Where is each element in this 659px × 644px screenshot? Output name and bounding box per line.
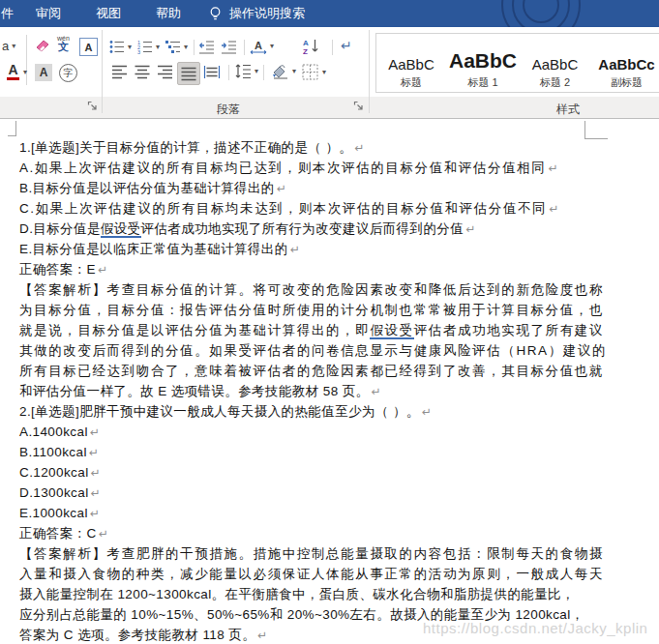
bullet-list-icon (109, 40, 125, 54)
style-heading[interactable]: AaBbC 标题 (376, 34, 446, 93)
sort-az-icon: AZ (303, 38, 319, 54)
doc-line: D.1300kcal↵ (19, 483, 658, 503)
eraser-icon (33, 37, 52, 54)
multilevel-list-icon (165, 40, 181, 54)
justify-icon (181, 67, 196, 81)
word-window: 件 审阅 视图 帮助 操作说明搜索 a ▾ wén (0, 0, 659, 644)
phonetic-guide-button[interactable]: wén 文 (57, 35, 70, 50)
align-center-button[interactable] (135, 65, 150, 79)
doc-line: A.如果上次评估建议的所有目标均已达到，则本次评估的目标分值和评估分值相同↵ (19, 158, 658, 178)
character-shading-icon: A (35, 64, 52, 81)
document-page[interactable]: 1.[单选题]关于目标分值的计算，描述不正确的是（ ）。↵ A.如果上次评估建议… (0, 118, 659, 644)
character-border-icon: A (79, 38, 98, 56)
tell-me-search[interactable]: 操作说明搜索 (208, 5, 305, 22)
character-shading-button[interactable]: A (35, 64, 52, 81)
paint-bucket-icon (270, 63, 289, 80)
change-case-button[interactable]: a ▾ (2, 39, 15, 53)
doc-line: 【答案解析】考查肥胖的干预措施。措施中控制总能量摄取的内容包括：限制每天的食物摄 (19, 543, 658, 564)
tab-mailings-partial[interactable]: 件 (0, 0, 17, 27)
doc-line: 所有目标已经达到吻合了，意味着被评估者的危险因素都已经得到了改善，其目标分值也就 (19, 361, 658, 381)
font-dialog-launcher[interactable] (87, 101, 98, 111)
styles-gallery: AaBbC 标题 AaBbC 标题 1 AaBbC 标题 2 AaBbCc 副标… (375, 33, 659, 93)
paragraph-dialog-launcher[interactable] (353, 101, 364, 111)
numbered-list-icon: 123 (137, 40, 153, 54)
doc-line: C.1200kcal↵ (19, 462, 658, 483)
ribbon-tab-bar: 件 审阅 视图 帮助 操作说明搜索 (0, 0, 659, 27)
borders-icon (302, 64, 318, 80)
doc-line: D.目标分值是假设受评估者成功地实现了所有行为改变建议后而得到的分值↵ (19, 219, 658, 239)
shading-button[interactable]: ▾ (270, 63, 296, 80)
character-border-button[interactable]: A (79, 38, 98, 56)
increase-indent-icon (221, 40, 237, 54)
enclose-characters-icon: 字 (59, 64, 77, 82)
doc-line: 入量和摄入食物的种类，减少能量以必须保证人体能从事正常的活动为原则，一般成人每天 (19, 564, 658, 584)
justify-button[interactable] (177, 62, 200, 85)
text-boundary-mark (584, 121, 585, 138)
multilevel-list-button[interactable]: ▾ (165, 40, 188, 54)
align-left-icon (112, 65, 128, 79)
styles-group-label: 样式 (556, 102, 580, 118)
doc-line: E.1000kcal↵ (19, 503, 658, 523)
csdn-watermark: https://blog.csdn.net/Jacky_kplin (423, 620, 647, 636)
doc-line: 就是说，目标分值是以评估分值为基础计算得出的，即假设受评估者成功地实现了所有建议 (19, 320, 658, 340)
style-heading-2[interactable]: AaBbC 标题 2 (520, 34, 590, 93)
doc-line: A.1400kcal↵ (19, 422, 658, 442)
font-color-button[interactable]: A ▾ (7, 64, 27, 80)
paragraph-group-label: 段落 (217, 102, 240, 118)
asian-layout-icon: A (250, 38, 267, 54)
style-subtitle[interactable]: AaBbCc 副标题 (590, 34, 659, 93)
increase-indent-button[interactable] (221, 40, 237, 54)
svg-text:3: 3 (137, 49, 140, 54)
borders-button[interactable]: ▾ (302, 64, 326, 80)
doc-line: 2.[单选题]肥胖干预中建议一般成人每天摄入的热能值至少为（ ）。↵ (19, 401, 658, 422)
svg-text:A: A (255, 40, 262, 51)
svg-text:Z: Z (303, 47, 308, 55)
text-boundary-mark (8, 135, 16, 136)
asian-layout-button[interactable]: A ▾ (250, 38, 274, 54)
decrease-indent-icon (198, 40, 215, 54)
tell-me-label: 操作说明搜索 (229, 5, 305, 22)
doc-line: E.目标分值是以临床正常值为基础计算得出的↵ (19, 239, 658, 259)
align-center-icon (135, 65, 150, 79)
distribute-icon (203, 65, 221, 79)
doc-line: 1.[单选题]关于目标分值的计算，描述不正确的是（ ）。↵ (19, 137, 658, 158)
distribute-text-button[interactable] (203, 65, 221, 79)
numbering-button[interactable]: 123 ▾ (137, 40, 160, 54)
document-text: 1.[单选题]关于目标分值的计算，描述不正确的是（ ）。↵ A.如果上次评估建议… (19, 137, 658, 644)
style-heading-1[interactable]: AaBbC 标题 1 (446, 34, 520, 93)
align-right-button[interactable] (157, 65, 172, 79)
align-left-button[interactable] (112, 65, 128, 79)
doc-line: 正确答案：E↵ (19, 259, 658, 279)
tab-help[interactable]: 帮助 (144, 0, 193, 27)
ribbon: a ▾ wén 文 A A ▾ (0, 27, 659, 119)
enclose-characters-button[interactable]: 字 (59, 64, 77, 82)
doc-line: B.1100kcal↵ (19, 442, 658, 462)
text-boundary-mark (15, 121, 16, 135)
doc-line: 其做的改变后而得到的分值。如果受评估者的问卷信息显示与健康风险评估（HRA）建议… (19, 340, 658, 361)
phonetic-guide-icon: wén 文 (57, 35, 70, 50)
line-spacing-icon (235, 63, 252, 79)
clear-formatting-button[interactable] (33, 37, 52, 54)
show-hide-marks-button[interactable]: ↵ (341, 39, 352, 52)
line-spacing-button[interactable]: ▾ (235, 63, 258, 79)
tab-view[interactable]: 视图 (84, 0, 133, 27)
doc-line: C.如果上次评估建议的所有目标均未达到，则本次评估的目标分值和评估分值不同↵ (19, 198, 658, 219)
sort-button[interactable]: AZ (303, 38, 319, 54)
doc-line: 和评估分值一样了。故 E 选项错误。参考技能教材 58 页。↵ (19, 381, 658, 401)
bullets-button[interactable]: ▾ (109, 40, 132, 54)
lightbulb-icon (208, 6, 223, 22)
font-color-icon: A (7, 64, 19, 80)
doc-line: 摄入能量控制在 1200~1300kcal。在平衡膳食中，蛋白质、碳水化合物和脂… (19, 584, 658, 604)
doc-line: 【答案解析】考查目标分值的计算。将可改变的危险因素改变和降低后达到的新危险度也称 (19, 279, 658, 300)
doc-line: 正确答案：C↵ (19, 523, 658, 543)
doc-line: 为目标分值，目标分值：报告评估分值时所使用的计分机制也常常被用于计算目标分值，也 (19, 300, 658, 320)
doc-line: B.目标分值是以评估分值为基础计算得出的↵ (19, 178, 658, 198)
tab-review[interactable]: 审阅 (24, 0, 73, 27)
paragraph-mark-icon: ↵ (341, 39, 352, 52)
decrease-indent-button[interactable] (198, 40, 215, 54)
align-right-icon (157, 65, 172, 79)
